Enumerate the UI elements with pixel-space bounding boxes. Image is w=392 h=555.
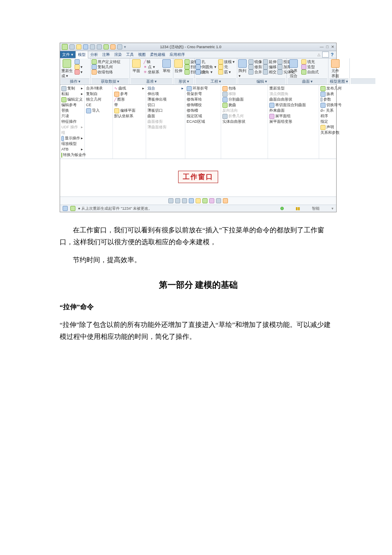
udf-button[interactable]: 用户定义特征 [92,59,129,64]
copygeom-button[interactable]: 复制几何 [92,64,129,69]
help-icon[interactable]: ? [331,52,334,57]
mi-surf-trim[interactable]: 曲面修剪 [147,119,184,124]
mi-flex[interactable]: 挠曲 [222,102,266,108]
regen-icon[interactable] [104,44,109,49]
mi-restyle[interactable]: 重新造型 [269,86,317,91]
mi-toroidal[interactable]: 环形折弯 [187,86,219,91]
mi-editdef[interactable]: 编辑定义 [61,97,83,102]
comp-interface-button[interactable]: 元件 界面 [329,59,341,78]
pattern-button[interactable]: 阵列 ▾ [238,59,247,78]
open-icon[interactable] [76,44,81,49]
mi-declare[interactable]: 声明 [320,124,347,130]
tab-view[interactable]: 视图 [136,51,148,58]
mi-fold-geom[interactable]: 折叠几何 [222,113,266,119]
tab-render[interactable]: 渲染 [112,51,124,58]
merge-button[interactable]: 合并 [254,69,262,75]
group-label-datum[interactable]: 基准 ▾ [131,78,172,84]
close-win-icon[interactable] [117,44,122,49]
mi-split-surf[interactable]: 分割曲面 [222,97,266,102]
mi-offset-plane[interactable]: 偏移平面 [114,108,144,113]
mi-solid-free[interactable]: 实体自由形状 [222,119,266,124]
minimize-button[interactable]: — [320,45,324,49]
selection-mode[interactable]: 智能 [312,206,320,211]
mi-cosm-groove[interactable]: 修饰槽 [187,108,219,113]
shrinkwrap-button[interactable]: 收缩包络 [92,69,129,75]
copy-button[interactable] [75,59,83,64]
mi-rev-normal[interactable]: 反向法向 [222,108,266,113]
mi-thin-prot[interactable]: 薄板伸出项 [147,97,184,102]
new-icon[interactable] [69,44,75,49]
tab-apps[interactable]: 应用程序 [167,51,187,58]
mi-assign[interactable]: 指定 [320,119,347,124]
plane-button[interactable]: 平面 [131,59,142,78]
search-input[interactable] [322,52,329,58]
mi-cosm-sketch[interactable]: 修饰草绘 [187,97,219,102]
csys-button[interactable]: ✳坐标系 [144,69,159,75]
zoom-out-icon[interactable] [182,198,187,203]
mi-def-csys[interactable]: 默认坐标系 [114,113,144,119]
mi-surf-free[interactable]: 曲面自由形状 [269,97,317,102]
display-style-icon[interactable] [196,198,201,203]
mi-to-sheetmetal[interactable]: 转换为钣金件 [61,152,83,158]
collapse-ribbon-icon[interactable]: △ [317,52,320,57]
trim-button[interactable]: 修剪 [254,64,262,69]
extend-button[interactable]: 延伸 [269,59,277,64]
selection-dd-icon[interactable]: ▾ [331,206,334,211]
round-button[interactable]: 倒圆角 ▾ [196,64,216,69]
mi-featops[interactable]: 特征操作 [61,119,83,124]
intersect-button[interactable]: 相交 [269,69,277,75]
mi-flat-quilt-def[interactable]: 展平面组变形 [269,119,317,124]
mi-readonly[interactable]: 只读 [61,113,83,119]
delete-button[interactable]: ▾ [75,69,83,75]
annotation-display-icon[interactable] [223,198,228,203]
tab-annotate[interactable]: 注释 [100,51,112,58]
mi-switch-sym[interactable]: 切换符号 [320,102,347,108]
mi-editref[interactable]: 编辑参考 [61,102,83,108]
redo-icon[interactable] [97,44,102,49]
group-label-getdata[interactable]: 获取数据 ▾ [92,78,129,84]
regenerate-button[interactable]: 重新生 成 ▾ [61,59,73,78]
mi-program[interactable]: 程序 [320,113,347,119]
mi-spinal[interactable]: 骨架折弯 [187,91,219,97]
mi-showops[interactable]: 显示操作▸ [61,136,83,141]
mirror-button[interactable]: 镜像 [254,59,262,64]
mi-import[interactable]: 导入 [86,108,111,113]
mi-ref[interactable]: 参考 [114,91,144,97]
pause-icon[interactable]: ▮▮ [296,206,300,211]
group-label-intent[interactable]: 模型意图 ▾ [329,78,349,84]
chamfer-button[interactable]: 倒角 ▾ [196,69,216,75]
mi-udfops[interactable]: UDF 操作▸ [61,124,83,130]
zoom-in-icon[interactable] [175,198,180,203]
windows-icon[interactable] [110,44,115,49]
mi-remove[interactable]: 移除 [222,91,266,97]
saved-views-icon[interactable] [202,198,208,203]
mi-copy[interactable]: 复制 ▸ [61,86,83,91]
style-button[interactable]: 造型 [301,64,319,69]
extrude-button[interactable]: 拉伸 [174,59,183,78]
group-label-shape[interactable]: 形状 ▾ [174,78,193,84]
boundary-blend-button[interactable]: 边界 混合 [288,59,300,78]
mi-rel-param[interactable]: 关系和参数 [320,130,347,136]
mi-scale[interactable]: 缩放模型 [61,141,83,147]
mi-blend-head[interactable]: 混合▸ [147,86,184,91]
mi-protrusion[interactable]: 伸出项 [147,91,184,97]
mi-copyfrom[interactable]: 复制自 [86,91,111,97]
tab-file[interactable]: 文件 ▾ [60,51,75,58]
mi-merge-inherit[interactable]: 合并/继承 [86,86,111,91]
graphics-area[interactable]: 工作窗口 [60,159,336,197]
mi-surface[interactable]: 曲面 [147,113,184,119]
tab-tools[interactable]: 工具 [124,51,136,58]
undo-icon[interactable] [90,44,95,49]
fill-button[interactable]: 填充 [301,59,319,64]
browser-toggle-icon[interactable] [70,206,75,211]
mi-thin-cut[interactable]: 薄板切口 [147,108,184,113]
group-label-edit[interactable]: 编辑 ▾ [238,78,285,84]
point-button[interactable]: ✶点 ▾ [144,64,159,69]
mi-params[interactable]: []参数 [320,97,347,102]
sketch-button[interactable]: 草绘 [161,59,172,78]
mi-family-table[interactable]: 族表 [320,91,347,97]
mi-wrap[interactable]: 包络 [222,86,266,91]
group-label-operate[interactable]: 操作 ▾ [61,78,89,84]
mi-replace[interactable]: 替换 [61,108,83,113]
mi-designate[interactable]: 指定区域 [187,113,219,119]
